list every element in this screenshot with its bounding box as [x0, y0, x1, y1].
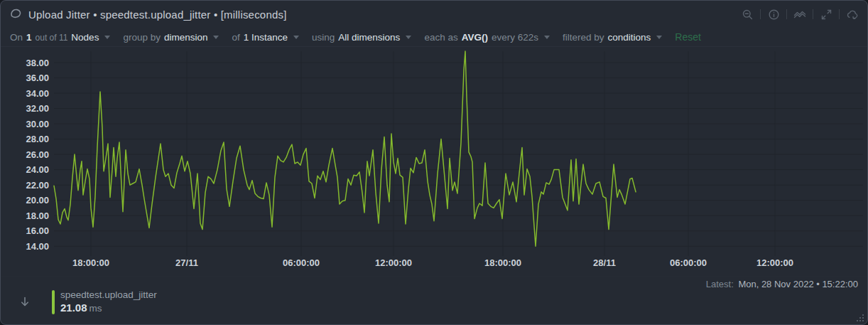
nodes-label: Nodes: [71, 32, 99, 43]
instance-dropdown[interactable]: of 1 Instance: [232, 32, 299, 43]
chart-area: 38.0036.0034.0032.0030.0028.0026.0024.00…: [1, 47, 867, 276]
cloud-sync-icon[interactable]: [846, 8, 859, 21]
y-tick-label: 34.00: [26, 88, 49, 99]
filters-dropdown[interactable]: filtered by conditions: [563, 32, 662, 43]
nodes-count: 1: [26, 32, 32, 43]
y-tick-label: 22.00: [26, 180, 49, 191]
filters-prefix: filtered by: [563, 32, 604, 43]
latest-label: Latest:: [706, 279, 734, 289]
chart-header: Upload Jitter • speedtest.upload_jitter …: [1, 1, 867, 28]
reset-button[interactable]: Reset: [675, 31, 701, 43]
x-tick-label: 12:00:00: [375, 257, 412, 268]
sort-arrow-down-icon[interactable]: [19, 296, 31, 309]
x-tick-label: 27/11: [175, 257, 198, 268]
chart-canvas[interactable]: 38.0036.0034.0032.0030.0028.0026.0024.00…: [1, 47, 868, 276]
expand-icon[interactable]: [820, 8, 832, 21]
y-tick-label: 38.00: [26, 58, 49, 68]
aggregation-prefix: each as: [424, 32, 457, 43]
instance-value: 1 Instance: [244, 32, 288, 43]
group-by-dropdown[interactable]: group by dimension: [123, 32, 219, 43]
header-toolbar: [741, 8, 859, 21]
y-tick-label: 20.00: [26, 195, 49, 206]
data-line-speedtest-upload-jitter: [54, 51, 636, 246]
chevron-down-icon: [104, 36, 110, 39]
aggregation-value: AVG(): [462, 32, 488, 43]
nodes-dropdown[interactable]: On 1 out of 11 Nodes: [10, 32, 110, 43]
y-tick-label: 36.00: [26, 73, 49, 83]
group-by-prefix: group by: [123, 32, 161, 43]
icon-divider: [839, 9, 840, 19]
filters-value: conditions: [608, 32, 651, 43]
y-tick-label: 28.00: [26, 134, 49, 144]
x-tick-label: 06:00:00: [283, 257, 320, 268]
x-tick-label: 06:00:00: [670, 257, 707, 268]
icon-divider: [813, 9, 813, 19]
x-tick-label: 28/11: [593, 257, 616, 268]
nodes-prefix: On: [10, 32, 23, 43]
y-tick-label: 30.00: [26, 119, 49, 129]
x-tick-label: 18:00:00: [72, 257, 109, 268]
chevron-down-icon: [656, 36, 662, 39]
latest-timestamp: Latest: Mon, 28 Nov 2022 • 15:22:00: [706, 279, 858, 289]
chart-widget: Upload Jitter • speedtest.upload_jitter …: [0, 0, 868, 325]
y-tick-label: 26.00: [26, 149, 49, 160]
resize-grip[interactable]: [855, 314, 864, 323]
latest-value: Mon, 28 Nov 2022 • 15:22:00: [738, 279, 858, 289]
x-tick-label: 12:00:00: [756, 257, 793, 268]
instance-prefix: of: [232, 32, 239, 43]
aggregation-every: every 622s: [492, 32, 538, 43]
chevron-down-icon: [406, 36, 411, 39]
icon-divider: [760, 9, 761, 19]
group-by-value: dimension: [164, 32, 208, 43]
dimension-name: speedtest.upload_jitter: [60, 289, 157, 302]
anomalies-icon[interactable]: [793, 8, 806, 21]
y-tick-label: 32.00: [26, 103, 49, 114]
aggregation-dropdown[interactable]: each as AVG() every 622s: [424, 32, 550, 43]
nodes-out-of: out of 11: [36, 33, 68, 43]
chevron-down-icon: [213, 36, 219, 39]
icon-divider: [786, 9, 787, 19]
y-tick-label: 14.00: [26, 241, 49, 252]
dimensions-prefix: using: [312, 32, 335, 43]
chart-footer: Latest: Mon, 28 Nov 2022 • 15:22:00 spee…: [1, 276, 867, 325]
y-tick-label: 24.00: [26, 164, 49, 175]
legend-item[interactable]: speedtest.upload_jitter 21.08ms: [1, 289, 157, 315]
y-tick-label: 18.00: [26, 211, 49, 221]
y-tick-label: 16.00: [26, 225, 49, 236]
dimension-unit: ms: [89, 303, 102, 314]
dimension-color-swatch: [52, 290, 55, 314]
magnifier-icon[interactable]: [741, 8, 754, 21]
x-tick-label: 18:00:00: [484, 257, 521, 268]
chevron-down-icon: [544, 36, 550, 39]
legend-text: speedtest.upload_jitter 21.08ms: [60, 289, 157, 315]
chevron-down-icon: [293, 36, 299, 39]
chart-title: Upload Jitter • speedtest.upload_jitter …: [28, 9, 287, 21]
dimensions-value: All dimensions: [338, 32, 400, 43]
chart-type-loop-icon: [9, 6, 22, 22]
dimensions-dropdown[interactable]: using All dimensions: [312, 32, 411, 43]
dimension-value: 21.08: [60, 302, 87, 314]
filter-toolbar: On 1 out of 11 Nodes group by dimension …: [1, 28, 867, 47]
info-icon[interactable]: [767, 8, 780, 21]
